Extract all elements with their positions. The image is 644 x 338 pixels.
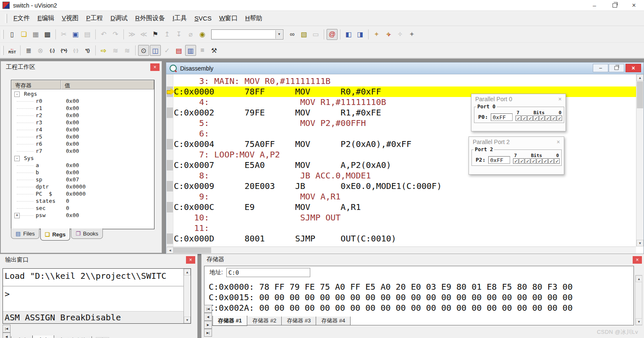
port-dialog-title-bar[interactable]: Parallel Port 0× — [471, 94, 565, 104]
scroll-up-icon[interactable]: ▲ — [636, 74, 644, 81]
code-coverage-button[interactable]: ✓ — [162, 45, 173, 56]
undo-button[interactable]: ↶ — [98, 29, 109, 40]
disasm-line-4[interactable]: 5: MOV P2,#00FFH — [174, 118, 636, 128]
register-row-regs[interactable]: -Regs — [11, 91, 154, 98]
tree-expand-icon[interactable]: + — [14, 213, 20, 218]
menu-item-view[interactable]: V视图 — [58, 13, 82, 24]
tree-expand-icon[interactable]: - — [14, 156, 20, 161]
disasm-line-14[interactable]: 11: — [174, 223, 636, 233]
port-bit-checkbox-3[interactable]: ✓ — [537, 158, 542, 164]
menu-item-project[interactable]: P工程 — [82, 13, 107, 24]
memory-tab-存储器-2[interactable]: 存储器 #2 — [247, 317, 282, 325]
menu-item-debug[interactable]: D调试 — [107, 13, 131, 24]
scrollbar-thumb[interactable] — [637, 81, 643, 108]
disasm-line-0[interactable]: 3: MAIN: MOV R0,#11111111B — [174, 76, 636, 86]
find-text-input[interactable] — [212, 30, 273, 39]
tab-scroll-button-0[interactable]: |◀ — [3, 325, 10, 333]
symbol-window-button[interactable]: ◫ — [150, 45, 161, 56]
port-bit-checkbox-6[interactable]: ✓ — [521, 115, 527, 121]
menu-item-svcs[interactable]: SVCS — [191, 13, 215, 24]
show-next-statement-button[interactable]: ⇨ — [98, 45, 109, 56]
disasm-line-1[interactable]: C:0x0000 78FF MOV R0,#0xFF — [174, 86, 636, 97]
register-row-sec[interactable]: sec0 — [11, 205, 154, 212]
indent-button[interactable]: ≫ — [126, 29, 137, 40]
register-row-r3[interactable]: r30x00 — [11, 119, 154, 126]
disasm-line-3[interactable]: C:0x0002 79FE MOV R1,#0xFE — [174, 107, 636, 118]
disasm-line-10[interactable]: C:0x0009 20E003 JB 0xE0.0,MODE1(C:000F) — [174, 181, 636, 191]
step-out-button[interactable]: {↑} — [70, 45, 81, 56]
scroll-down-icon[interactable]: ▼ — [636, 240, 644, 246]
register-row-r5[interactable]: r50x00 — [11, 134, 154, 141]
memory-close-button[interactable]: × — [633, 256, 642, 264]
menu-item-window[interactable]: W窗口 — [215, 13, 241, 24]
port-value-input[interactable] — [488, 156, 510, 164]
output-close-button[interactable]: × — [186, 256, 195, 264]
save-button[interactable]: ▦ — [30, 29, 41, 40]
output-tab-文件内查找[interactable]: 文件内查找 — [54, 336, 92, 338]
tree-expand-icon[interactable]: - — [14, 92, 20, 97]
run-to-cursor-button[interactable]: *{} — [82, 45, 93, 56]
menu-item-tools[interactable]: I工具 — [169, 13, 191, 24]
column-header-value[interactable]: 值 — [61, 80, 154, 89]
open-file-button[interactable]: ❏ — [18, 29, 29, 40]
output-content[interactable]: Load "D:\\keil 2\\project\\SWITC > ASM A… — [3, 268, 191, 324]
disasm-line-5[interactable]: 6: — [174, 128, 636, 139]
find-next-button[interactable]: ◉ — [197, 29, 208, 40]
workspace-tab-books[interactable]: ❐Books — [71, 228, 103, 239]
memory-row-1[interactable]: C:0x0015: 00 00 00 00 00 00 00 00 00 00 … — [209, 292, 629, 303]
memory-tab-存储器-3[interactable]: 存储器 #3 — [281, 317, 316, 325]
register-row-r2[interactable]: r20x00 — [11, 112, 154, 119]
scroll-up-icon[interactable]: ▲ — [184, 269, 191, 275]
tab-scroll-button-1[interactable]: ◀ — [204, 313, 212, 321]
run-button[interactable]: ≣ — [23, 45, 34, 56]
disassembly-close-button[interactable]: × — [626, 64, 641, 72]
memory-vertical-scrollbar[interactable]: ▲ ▼ — [635, 275, 642, 325]
disasm-line-2[interactable]: 4: MOV R1,#11111110B — [174, 97, 636, 107]
close-icon[interactable]: × — [558, 96, 562, 102]
scroll-left-icon[interactable]: ◄ — [167, 247, 173, 254]
address-input[interactable] — [226, 268, 310, 277]
cut-button[interactable]: ✂ — [58, 29, 69, 40]
performance-analyzer-button[interactable]: ≡ — [197, 45, 208, 56]
find-button[interactable]: ∞ — [287, 29, 298, 40]
trace-forward-button[interactable]: ≋ — [122, 45, 133, 56]
tab-scroll-button-3[interactable]: ▶| — [204, 329, 212, 337]
register-row-a[interactable]: a0x00 — [11, 162, 154, 169]
register-row-pc-$[interactable]: PC $0x0000 — [11, 191, 154, 198]
memory-window-button[interactable]: ▥ — [185, 45, 196, 56]
scroll-up-icon[interactable]: ▲ — [636, 275, 642, 282]
port-value-input[interactable] — [491, 113, 513, 121]
serial-window-button[interactable]: ▤ — [173, 45, 184, 56]
menu-item-edit[interactable]: E编辑 — [34, 13, 58, 24]
tab-scroll-button-2[interactable]: ▶ — [204, 321, 212, 329]
disassembly-title-bar[interactable]: Disassembly – × — [166, 63, 644, 74]
port-bit-checkbox-5[interactable]: ✓ — [527, 115, 533, 121]
toggle-bookmark-button[interactable]: ⚑ — [150, 29, 161, 40]
disasm-line-6[interactable]: C:0x0004 75A0FF MOV P2(0xA0),#0xFF — [174, 139, 636, 149]
disasm-line-13[interactable]: 10: SJMP OUT — [174, 212, 636, 223]
disassembly-maximize-button[interactable] — [609, 64, 624, 72]
disassembly-horizontal-scrollbar[interactable]: ◄ — [167, 246, 636, 254]
trace-back-button[interactable]: ≋ — [110, 45, 121, 56]
reset-cpu-button[interactable]: ←RST — [7, 45, 18, 56]
port-bit-checkbox-6[interactable]: ✓ — [519, 158, 524, 164]
memory-row-0[interactable]: C:0x0000: 78 FF 79 FE 75 A0 FF E5 A0 20 … — [209, 282, 629, 292]
window-split-button[interactable]: ◧ — [343, 29, 354, 40]
redo-button[interactable]: ↷ — [110, 29, 121, 40]
port-bit-checkbox-4[interactable]: ✓ — [533, 115, 539, 121]
close-icon[interactable]: × — [557, 139, 560, 145]
register-row-psw[interactable]: +psw0x00 — [11, 212, 154, 219]
menu-item-help[interactable]: H帮助 — [241, 13, 266, 24]
register-row-r6[interactable]: r60x00 — [11, 141, 154, 148]
port-bit-checkbox-3[interactable]: ✓ — [539, 115, 545, 121]
scroll-down-icon[interactable]: ▼ — [636, 318, 642, 325]
enable-breakpoint-button[interactable]: ✦ — [383, 29, 394, 40]
disasm-line-7[interactable]: 7: LOOP:MOV A,P2 — [174, 149, 636, 160]
disassembly-vertical-scrollbar[interactable]: ▲ ▼ — [636, 74, 644, 246]
disable-breakpoints-button[interactable]: ✧ — [395, 29, 406, 40]
register-row-states[interactable]: states0 — [11, 198, 154, 205]
port-bit-checkbox-2[interactable]: ✓ — [545, 115, 550, 121]
disasm-line-15[interactable]: C:0x000D 8001 SJMP OUT(C:0010) — [174, 233, 636, 244]
workspace-tab-files[interactable]: ▤Files — [11, 228, 39, 239]
combo-dropdown-icon[interactable]: ▼ — [275, 30, 283, 39]
